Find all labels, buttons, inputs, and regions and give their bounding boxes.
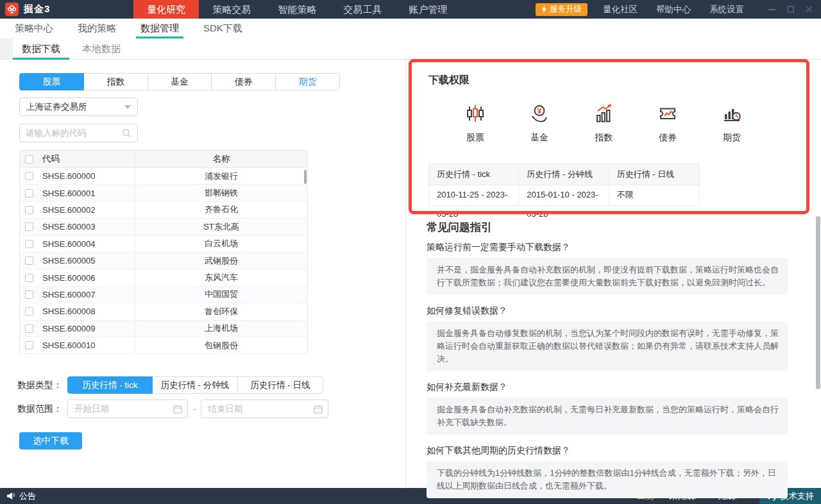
data-type-button[interactable]: 历史行情 - tick bbox=[67, 376, 153, 394]
instrument-code: SHSE.600000 bbox=[42, 171, 95, 181]
calendar-icon bbox=[173, 405, 182, 414]
main-nav-item[interactable]: 量化研究 bbox=[133, 0, 199, 19]
main-scrollbar-thumb[interactable] bbox=[816, 216, 820, 389]
faq-question: 如何补充最新数据？ bbox=[427, 382, 788, 392]
row-checkbox[interactable] bbox=[25, 324, 33, 333]
start-date-input[interactable] bbox=[74, 404, 169, 414]
instrument-name: 武钢股份 bbox=[135, 255, 307, 267]
table-row[interactable]: SHSE.600005武钢股份 bbox=[20, 253, 307, 269]
table-row[interactable]: SHSE.600006东风汽车 bbox=[20, 269, 307, 286]
row-checkbox[interactable] bbox=[25, 223, 33, 231]
table-row[interactable]: SHSE.600003ST东北高 bbox=[20, 219, 307, 235]
main-nav-item[interactable]: 交易工具 bbox=[330, 0, 395, 19]
table-row[interactable]: SHSE.600001邯郸钢铁 bbox=[20, 185, 307, 201]
minimize-button[interactable] bbox=[763, 0, 781, 19]
search-icon bbox=[122, 128, 131, 138]
row-checkbox[interactable] bbox=[25, 307, 33, 315]
row-checkbox[interactable] bbox=[25, 256, 33, 265]
faq-question: 如何下载其他周期的历史行情数据？ bbox=[427, 445, 788, 455]
main-nav-item[interactable]: 账户管理 bbox=[395, 0, 461, 19]
system-settings-link[interactable]: 系统设置 bbox=[709, 4, 744, 15]
page-tab[interactable]: 本地数据 bbox=[73, 38, 130, 59]
instrument-name: 包钢股份 bbox=[135, 340, 307, 351]
instrument-name: 首创环保 bbox=[135, 306, 307, 317]
table-row[interactable]: SHSE.600004白云机场 bbox=[20, 236, 307, 253]
main-nav: 量化研究策略交易智能策略交易工具账户管理 bbox=[133, 0, 461, 19]
main-nav-item[interactable]: 策略交易 bbox=[199, 0, 264, 19]
instrument-name: 齐鲁石化 bbox=[135, 204, 307, 215]
row-checkbox[interactable] bbox=[25, 290, 33, 299]
help-center-link[interactable]: 帮助中心 bbox=[656, 4, 691, 15]
table-row[interactable]: SHSE.600002齐鲁石化 bbox=[20, 202, 307, 219]
select-all-checkbox[interactable] bbox=[25, 155, 33, 164]
quant-community-link[interactable]: 量化社区 bbox=[603, 4, 638, 15]
title-bar: 掘金3 量化研究策略交易智能策略交易工具账户管理 服务升级 量化社区 帮助中心 … bbox=[0, 0, 821, 19]
table-row[interactable]: SHSE.600010包钢股份 bbox=[20, 337, 307, 354]
announcement-area[interactable]: 公告 bbox=[0, 491, 36, 502]
row-code-cell: SHSE.600002 bbox=[20, 202, 135, 218]
permission-column-header: 历史行情 - tick bbox=[429, 164, 519, 185]
subnav-item[interactable]: SDK下载 bbox=[199, 19, 247, 38]
instrument-name: 中国国贸 bbox=[135, 289, 307, 300]
range-separator: - bbox=[193, 404, 196, 414]
exchange-select-value: 上海证券交易所 bbox=[26, 101, 87, 113]
permission-column-value: 不限 bbox=[609, 185, 699, 205]
maximize-button[interactable] bbox=[781, 0, 800, 19]
table-body: SHSE.600000浦发银行SHSE.600001邯郸钢铁SHSE.60000… bbox=[20, 168, 307, 354]
row-checkbox[interactable] bbox=[25, 206, 33, 214]
row-checkbox[interactable] bbox=[25, 172, 33, 180]
table-header: 代码 名称 bbox=[20, 151, 307, 168]
row-checkbox[interactable] bbox=[25, 341, 33, 349]
page-tab-bar: 数据下载本地数据 bbox=[0, 38, 821, 60]
calendar-icon bbox=[314, 405, 323, 414]
download-panel: 股票指数基金债券期货 上海证券交易所 代码 名称 bbox=[0, 60, 405, 488]
data-type-group: 历史行情 - tick历史行情 - 分钟线历史行情 - 日线 bbox=[67, 376, 323, 394]
instrument-name: 东风汽车 bbox=[135, 272, 307, 283]
category-tab[interactable]: 基金 bbox=[148, 73, 212, 90]
faq-answer: 下载的分钟线为1分钟线数据，1分钟的整数倍数据由1分钟线合成，无需额外下载；另外… bbox=[427, 461, 788, 498]
data-type-label: 数据类型： bbox=[17, 380, 67, 391]
close-button[interactable] bbox=[800, 0, 818, 19]
data-type-button[interactable]: 历史行情 - 日线 bbox=[238, 376, 323, 394]
subnav-item[interactable]: 策略中心 bbox=[10, 19, 58, 38]
row-checkbox[interactable] bbox=[25, 189, 33, 197]
category-tab[interactable]: 期货 bbox=[276, 73, 340, 90]
end-date-input[interactable] bbox=[208, 404, 310, 414]
permissions-table: 历史行情 - tick历史行情 - 分钟线历史行情 - 日线2010-11-25… bbox=[428, 164, 700, 206]
name-column-header: 名称 bbox=[135, 153, 307, 165]
row-checkbox[interactable] bbox=[25, 240, 33, 248]
lightning-icon bbox=[541, 5, 547, 13]
page-tab[interactable]: 数据下载 bbox=[13, 38, 69, 59]
goldminer-tree-icon bbox=[5, 3, 19, 16]
service-upgrade-button[interactable]: 服务升级 bbox=[536, 3, 588, 16]
info-panel: 下载权限 股票 基金 指数 债券 期货 历史行情 - tick历史行情 - 分钟… bbox=[406, 60, 821, 488]
download-selected-button[interactable]: 选中下载 bbox=[19, 432, 82, 449]
data-type-row: 数据类型： 历史行情 - tick历史行情 - 分钟线历史行情 - 日线 bbox=[17, 376, 323, 394]
category-tab[interactable]: 债券 bbox=[212, 73, 276, 90]
service-upgrade-label: 服务升级 bbox=[550, 4, 582, 15]
main-nav-item[interactable]: 智能策略 bbox=[264, 0, 330, 19]
table-row[interactable]: SHSE.600009上海机场 bbox=[20, 321, 307, 337]
table-row[interactable]: SHSE.600007中国国贸 bbox=[20, 287, 307, 303]
table-scrollbar-thumb[interactable] bbox=[304, 170, 307, 184]
subnav-item[interactable]: 我的策略 bbox=[73, 19, 121, 38]
faq-question: 如何修复错误数据？ bbox=[427, 305, 788, 315]
instrument-code: SHSE.600003 bbox=[42, 222, 95, 231]
row-code-cell: SHSE.600009 bbox=[20, 321, 135, 337]
category-tab[interactable]: 股票 bbox=[19, 73, 84, 90]
table-row[interactable]: SHSE.600008首创环保 bbox=[20, 303, 307, 320]
code-column-header: 代码 bbox=[42, 153, 60, 165]
row-checkbox[interactable] bbox=[25, 274, 33, 282]
data-type-button[interactable]: 历史行情 - 分钟线 bbox=[153, 376, 238, 394]
subnav-item[interactable]: 数据管理 bbox=[136, 19, 183, 38]
permission-category: 指数 bbox=[571, 103, 636, 144]
instrument-code: SHSE.600010 bbox=[42, 340, 95, 350]
tab-strip-filler bbox=[0, 38, 13, 59]
symbol-search-input[interactable] bbox=[26, 128, 122, 138]
permission-column-value: 2010-11-25 - 2023-03-28 bbox=[429, 185, 519, 205]
category-tab[interactable]: 指数 bbox=[84, 73, 148, 90]
table-row[interactable]: SHSE.600000浦发银行 bbox=[20, 168, 307, 185]
instrument-code: SHSE.600004 bbox=[42, 239, 95, 249]
instrument-name: 白云机场 bbox=[135, 238, 307, 249]
exchange-select[interactable]: 上海证券交易所 bbox=[19, 97, 138, 116]
